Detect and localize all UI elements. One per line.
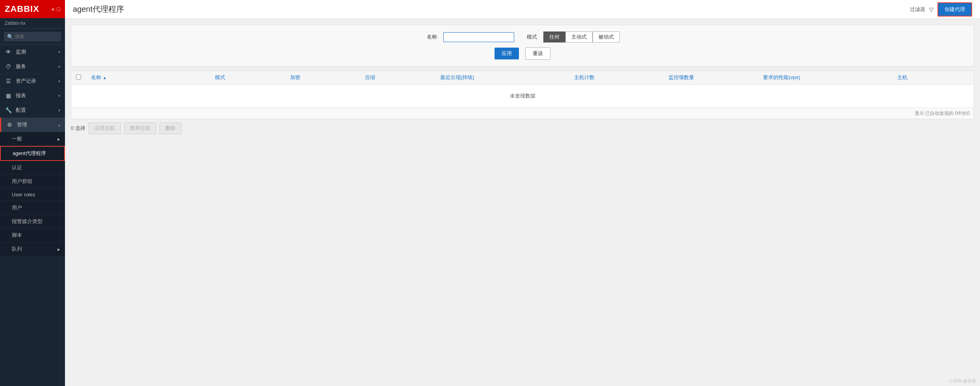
th-host: 主机 <box>894 74 969 81</box>
sidebar-item-reports[interactable]: ▦ 报表 ▾ <box>0 89 65 103</box>
th-name[interactable]: 名称 ▲ <box>88 74 212 81</box>
assets-arrow: ▾ <box>58 79 60 83</box>
sidebar-item-monitor[interactable]: 👁 监测 ▾ <box>0 45 65 59</box>
th-compression: 压缩 <box>362 74 437 81</box>
admin-icon: ⚙ <box>6 122 13 128</box>
topbar: agent代理程序 过滤器 ▽ 创建代理 <box>65 0 980 19</box>
submenu-item-agent-proxy[interactable]: agent代理程序 <box>0 146 65 161</box>
name-filter-input[interactable] <box>443 32 514 42</box>
filter-row-2: 应用 重设 <box>79 47 966 60</box>
submenu-item-user-roles[interactable]: User roles <box>0 188 65 201</box>
th-host-count: 主机计数 <box>571 74 665 81</box>
nav-section: 👁 监测 ▾ ⏱ 服务 ▾ ☰ 资产记录 ▾ ▦ 报表 ▾ 🔧 配置 ▾ ⚙ 管… <box>0 45 65 256</box>
filter-row-1: 名称 模式 任何 主动式 被动式 <box>79 31 966 42</box>
service-arrow: ▾ <box>58 65 60 69</box>
submenu-item-users[interactable]: 用户 <box>0 201 65 215</box>
config-icon: 🔧 <box>5 107 12 113</box>
select-all-checkbox[interactable] <box>76 74 81 79</box>
submenu-label-scripts: 脚本 <box>12 232 22 238</box>
submenu-item-scripts[interactable]: 脚本 <box>0 229 65 242</box>
sidebar-search-container: 🔍 <box>0 29 65 45</box>
bottom-actions: 0 选择 启用主机 禁用主机 删除 <box>71 119 974 134</box>
th-encryption: 加密 <box>287 74 362 81</box>
mode-any-button[interactable]: 任何 <box>543 31 565 42</box>
name-sort-arrow: ▲ <box>103 76 107 80</box>
submenu-item-user-groups[interactable]: 用户群组 <box>0 175 65 188</box>
data-table: 名称 ▲ 模式 加密 压缩 最近出现(持续) 主机计数 <box>71 70 974 119</box>
submenu-label-general: 一般 <box>12 135 22 142</box>
select-all-checkbox-cell <box>76 74 88 81</box>
sidebar-label-config: 配置 <box>16 107 54 114</box>
collapse-icon[interactable]: « <box>52 6 55 12</box>
sidebar-logo: ZABBIX « □ <box>0 0 65 18</box>
delete-button[interactable]: 删除 <box>159 122 182 134</box>
logo-text: ZABBIX <box>5 4 39 14</box>
search-icon: 🔍 <box>7 34 13 40</box>
no-data-message: 未发现数据 <box>71 85 974 108</box>
submenu-label-alert-media: 报警媒介类型 <box>12 218 43 224</box>
sidebar-item-assets[interactable]: ☰ 资产记录 ▾ <box>0 74 65 89</box>
mode-active-button[interactable]: 主动式 <box>565 31 593 42</box>
filter-panel: 名称 模式 任何 主动式 被动式 应用 重设 <box>71 25 974 66</box>
submenu-item-auth[interactable]: 认证 <box>0 161 65 175</box>
reports-arrow: ▾ <box>58 94 60 98</box>
assets-icon: ☰ <box>5 78 12 84</box>
create-proxy-button[interactable]: 创建代理 <box>937 2 972 17</box>
th-mode: 模式 <box>212 74 287 81</box>
submenu-label-users: 用户 <box>12 205 22 211</box>
logo-icons: « □ <box>52 6 60 12</box>
config-arrow: ▾ <box>58 108 60 113</box>
submenu-item-alert-media[interactable]: 报警媒介类型 <box>0 215 65 229</box>
queue-arrow: ▸ <box>57 246 60 252</box>
sidebar-label-assets: 资产记录 <box>16 78 54 85</box>
th-required-perf: 要求的性能(vps) <box>760 74 894 81</box>
monitor-arrow: ▾ <box>58 50 60 54</box>
submenu-item-queue[interactable]: 队列 ▸ <box>0 242 65 256</box>
filter-icon[interactable]: ▽ <box>929 6 934 13</box>
watermark: CSDN @含章 <box>950 378 976 384</box>
sidebar-label-monitor: 监测 <box>16 48 54 55</box>
page-title: agent代理程序 <box>73 4 124 15</box>
submenu-label-auth: 认证 <box>12 164 22 170</box>
sidebar-label-reports: 报表 <box>16 92 54 99</box>
sidebar: ZABBIX « □ Zabbix-hx 🔍 👁 监测 ▾ ⏱ 服务 ▾ ☰ 资… <box>0 0 65 386</box>
mode-group: 任何 主动式 被动式 <box>543 31 620 42</box>
sidebar-label-service: 服务 <box>16 63 54 70</box>
submenu-label-agent-proxy: agent代理程序 <box>13 150 46 156</box>
main-content: agent代理程序 过滤器 ▽ 创建代理 名称 模式 任何 主动式 被动式 应用 <box>65 0 980 386</box>
table-footer: 显示 已自动发现的 0中的0 <box>71 108 974 119</box>
admin-submenu: 一般 ▸ agent代理程序 认证 用户群组 User roles 用户 报警媒… <box>0 132 65 256</box>
table-header: 名称 ▲ 模式 加密 压缩 最近出现(持续) 主机计数 <box>71 71 974 85</box>
mode-passive-button[interactable]: 被动式 <box>593 31 620 42</box>
selected-count: 0 选择 <box>71 125 85 132</box>
admin-arrow: ▴ <box>58 123 60 127</box>
window-icon[interactable]: □ <box>57 6 60 12</box>
monitor-icon: 👁 <box>5 49 12 55</box>
submenu-label-user-groups: 用户群组 <box>12 178 32 184</box>
th-item-count: 监控项数量 <box>665 74 760 81</box>
submenu-item-general[interactable]: 一般 ▸ <box>0 132 65 146</box>
th-last-seen: 最近出现(持续) <box>437 74 571 81</box>
sidebar-item-config[interactable]: 🔧 配置 ▾ <box>0 103 65 118</box>
sidebar-label-admin: 管理 <box>17 121 54 128</box>
reports-icon: ▦ <box>5 92 12 99</box>
submenu-label-user-roles: User roles <box>12 192 35 198</box>
name-filter-label: 名称 <box>425 33 437 41</box>
apply-filter-button[interactable]: 应用 <box>495 48 519 59</box>
general-arrow: ▸ <box>57 136 60 142</box>
sidebar-item-admin[interactable]: ⚙ 管理 ▴ <box>0 118 65 132</box>
sidebar-username: Zabbix-hx <box>0 18 65 29</box>
topbar-actions: 过滤器 ▽ 创建代理 <box>910 2 972 17</box>
filter-label: 过滤器 <box>910 6 925 13</box>
mode-filter-label: 模式 <box>525 33 537 41</box>
disable-hosts-button[interactable]: 禁用主机 <box>124 122 156 134</box>
reset-filter-button[interactable]: 重设 <box>525 47 550 60</box>
sidebar-item-service[interactable]: ⏱ 服务 ▾ <box>0 59 65 74</box>
service-icon: ⏱ <box>5 63 12 70</box>
enable-hosts-button[interactable]: 启用主机 <box>89 122 121 134</box>
content-area: 名称 模式 任何 主动式 被动式 应用 重设 名称 <box>65 19 980 386</box>
submenu-label-queue: 队列 <box>12 246 22 253</box>
